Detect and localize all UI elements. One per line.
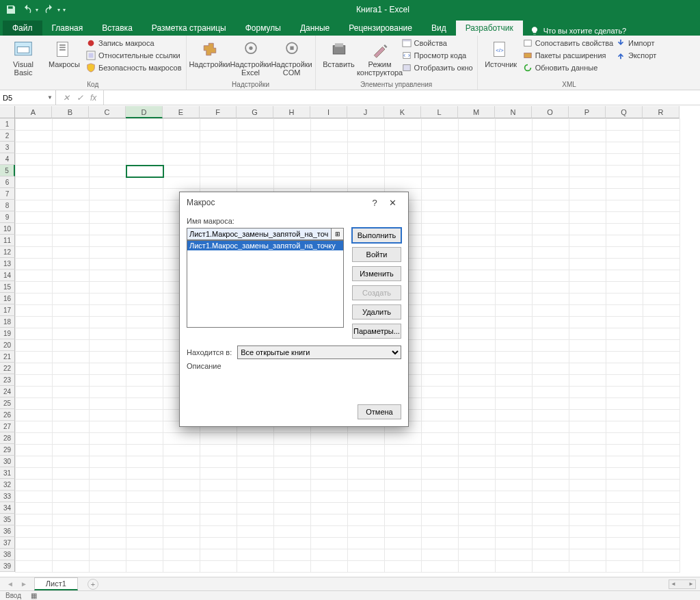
undo-icon[interactable] [22,4,33,15]
row-header[interactable]: 19 [0,328,15,339]
location-select[interactable]: Все открытые книги [237,345,401,359]
tab-developer[interactable]: Разработчик [456,21,523,36]
excel-addins-button[interactable]: Надстройки Excel [232,37,270,77]
delete-button[interactable]: Удалить [352,304,401,319]
column-header[interactable]: I [310,106,347,118]
ref-edit-button[interactable]: ⊞ [332,228,344,240]
column-header[interactable]: K [384,106,421,118]
view-code-button[interactable]: Просмотр кода [402,49,473,62]
macro-security-button[interactable]: Безопасность макросов [86,62,182,74]
formula-input[interactable] [104,90,700,105]
column-header[interactable]: C [89,106,126,118]
row-header[interactable]: 22 [0,363,15,374]
sheet-nav-prev-icon[interactable]: ◄ [7,580,14,588]
column-header[interactable]: J [347,106,384,118]
tab-file[interactable]: Файл [3,21,42,36]
horizontal-scrollbar[interactable]: ◄► [669,579,696,589]
dialog-close-button[interactable]: ✕ [383,198,401,208]
column-header[interactable]: L [421,106,458,118]
sheet-tab[interactable]: Лист1 [34,577,78,590]
redo-icon[interactable] [44,4,55,15]
visual-basic-button[interactable]: Visual Basic [4,37,42,77]
row-header[interactable]: 7 [0,188,15,200]
column-header[interactable]: F [200,106,237,118]
row-header[interactable]: 18 [0,316,15,328]
xml-import-button[interactable]: Импорт [616,37,656,49]
row-header[interactable]: 30 [0,456,15,467]
add-sheet-button[interactable]: + [88,579,98,590]
step-button[interactable]: Войти [352,247,401,262]
column-header[interactable]: H [273,106,310,118]
row-header[interactable]: 5 [0,165,15,177]
row-header[interactable]: 29 [0,444,15,456]
column-header[interactable]: Q [606,106,643,118]
run-dialog-button[interactable]: Отобразить окно [402,62,473,74]
tab-pagelayout[interactable]: Разметка страницы [142,21,236,36]
row-header[interactable]: 17 [0,304,15,316]
row-header[interactable]: 4 [0,153,15,165]
options-button[interactable]: Параметры... [352,324,401,339]
row-header[interactable]: 28 [0,432,15,444]
row-header[interactable]: 23 [0,374,15,386]
row-header[interactable]: 35 [0,514,15,525]
row-header[interactable]: 24 [0,386,15,397]
macro-list-item[interactable]: Лист1.Макрос_замены_запятой_на_точку [187,241,343,250]
select-all-corner[interactable] [0,106,15,118]
tab-insert[interactable]: Вставка [92,21,142,36]
column-header[interactable]: P [569,106,606,118]
properties-button[interactable]: Свойства [402,37,473,49]
tab-formulas[interactable]: Формулы [236,21,291,36]
column-header[interactable]: D [126,106,163,118]
com-addins-button[interactable]: Надстройки COM [273,37,311,77]
addins-button[interactable]: Надстройки [191,37,229,68]
dialog-help-button[interactable]: ? [366,198,383,208]
row-header[interactable]: 16 [0,293,15,304]
column-header[interactable]: B [52,106,89,118]
record-macro-button[interactable]: Запись макроса [86,37,182,49]
run-button[interactable]: Выполнить [352,228,401,243]
accept-icon[interactable]: ✓ [77,93,83,103]
row-header[interactable]: 38 [0,549,15,560]
expansion-packs-button[interactable]: Пакеты расширения [523,49,613,62]
fx-icon[interactable]: fx [90,93,96,103]
design-mode-button[interactable]: Режим конструктора [361,37,399,77]
xml-source-button[interactable]: </>Источник [482,37,520,68]
row-header[interactable]: 39 [0,560,15,572]
sheet-nav-next-icon[interactable]: ► [21,580,27,588]
row-header[interactable]: 27 [0,421,15,432]
row-header[interactable]: 34 [0,502,15,514]
column-header[interactable]: R [643,106,679,118]
insert-control-button[interactable]: Вставить [320,37,358,68]
cancel-icon[interactable]: ✕ [63,93,70,103]
row-header[interactable]: 3 [0,142,15,153]
name-box-input[interactable] [3,94,41,102]
column-header[interactable]: E [163,106,200,118]
column-header[interactable]: A [15,106,52,118]
row-header[interactable]: 8 [0,200,15,211]
tab-view[interactable]: Вид [422,21,456,36]
name-box[interactable]: ▼ [0,90,56,105]
macro-name-input[interactable] [187,228,332,240]
cancel-button[interactable]: Отмена [358,404,401,419]
tab-data[interactable]: Данные [291,21,339,36]
xml-export-button[interactable]: Экспорт [616,49,656,62]
row-header[interactable]: 1 [0,118,15,130]
save-icon[interactable] [5,4,16,15]
row-header[interactable]: 31 [0,467,15,479]
column-header[interactable]: N [495,106,532,118]
row-header[interactable]: 15 [0,281,15,293]
row-header[interactable]: 12 [0,246,15,258]
row-header[interactable]: 11 [0,235,15,246]
row-header[interactable]: 13 [0,258,15,270]
column-header[interactable]: O [532,106,569,118]
name-box-dropdown-icon[interactable]: ▼ [47,94,53,101]
column-header[interactable]: M [458,106,495,118]
row-header[interactable]: 9 [0,211,15,223]
row-header[interactable]: 33 [0,491,15,502]
row-header[interactable]: 2 [0,130,15,142]
row-header[interactable]: 21 [0,351,15,363]
row-header[interactable]: 14 [0,270,15,281]
column-header[interactable]: G [237,106,273,118]
tell-me-search[interactable]: Что вы хотите сделать? [523,26,634,36]
edit-button[interactable]: Изменить [352,266,401,281]
